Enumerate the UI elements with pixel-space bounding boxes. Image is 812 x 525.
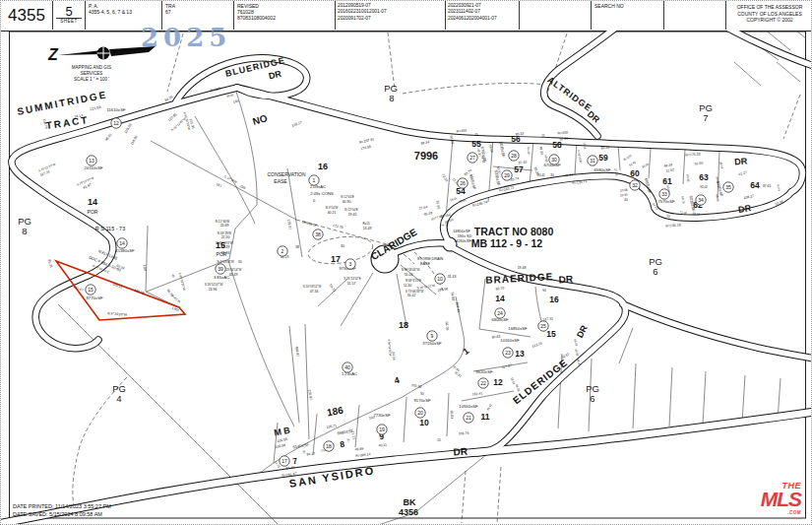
- assessor-map-page: 4355 5 SHEET P. A. 4355-4, 5, 6, 7 & 13 …: [0, 0, 812, 525]
- map-label: 96.50: [104, 133, 113, 142]
- map-label: 32.61: [561, 352, 571, 360]
- map-label: 161: [216, 182, 222, 188]
- map-label: 115.13: [112, 282, 123, 290]
- map-label: 30.33: [641, 162, 650, 168]
- map-label: 16.42: [407, 294, 416, 297]
- map-label: 7: [703, 112, 708, 123]
- road-network: [1, 31, 812, 524]
- label-conservation: CONSERVATION: [267, 171, 306, 177]
- parcel-circle-number: 13: [89, 158, 94, 164]
- map-label: 64.92: [685, 174, 690, 182]
- map-label: 70: [474, 133, 478, 137]
- compass-glyph: Z: [47, 46, 59, 63]
- parcel-circle-number: 40: [344, 364, 350, 370]
- map-label: 6: [653, 266, 657, 277]
- map-label: 43.49: [229, 273, 238, 277]
- parcel-circle-number: 21: [466, 415, 471, 421]
- map-label: 200.87: [307, 389, 313, 400]
- label-bk-4356: 4356: [399, 507, 418, 517]
- revision-list-1: 2012090519-07 2016022310012001-07 202009…: [336, 1, 446, 30]
- sheet-number: 5: [53, 1, 85, 18]
- compass-note-line3: SCALE 1 " = 100 ': [74, 77, 109, 82]
- lot-57: 57: [514, 164, 524, 174]
- map-label: 68.58: [488, 145, 494, 153]
- lot-16-conservation: 16: [318, 162, 328, 171]
- map-label: 60.83: [491, 335, 500, 340]
- map-label: 37.61: [763, 184, 772, 188]
- map-label: R=15: [776, 184, 781, 192]
- map-label: 19.15: [582, 142, 587, 150]
- map-label: R=175.33: [685, 152, 701, 157]
- revised-cell: REVISED 761028 87083108004002: [234, 1, 336, 30]
- map-label: N 3°50'W: [326, 206, 339, 210]
- map-label: 90: [420, 392, 424, 396]
- map-label: 47.34: [310, 290, 319, 294]
- lot-58: 58: [552, 140, 562, 150]
- map-label: S 27°30'W: [223, 174, 238, 184]
- map-label: 100: [143, 265, 148, 271]
- map-label: 51.50: [694, 162, 703, 166]
- parcel-circle-number: 26: [460, 180, 466, 186]
- map-label: 45.82: [715, 176, 719, 184]
- label-bk: BK: [404, 497, 416, 507]
- map-label: 2.09± CONS: [310, 191, 334, 196]
- road-label-braeridge-dr: DR: [558, 274, 574, 286]
- map-label: 19080±SF: [301, 220, 318, 228]
- tra-value: 67: [165, 9, 233, 15]
- parcel-circle-number: 39: [218, 266, 223, 272]
- map-label: 9520±SF: [476, 369, 493, 374]
- map-label: 27.64: [418, 205, 427, 210]
- parcel-circle-number: 14: [119, 240, 125, 246]
- parcel-circle-number: 17: [281, 458, 287, 464]
- map-label: N 69°6'15"E: [406, 279, 421, 283]
- road-label-san-ysidro-dr: DR: [453, 445, 468, 457]
- map-label: 100.58: [275, 443, 285, 449]
- parcel-circle-number: 38: [315, 231, 321, 237]
- lot-60: 60: [630, 168, 640, 178]
- map-label: S 20°18'52"W: [303, 285, 322, 289]
- lot-16-8080: 16: [549, 295, 559, 304]
- map-label: 49: [171, 274, 176, 279]
- map-label: 135: [232, 98, 239, 104]
- mls-logo: THE MLS .COM: [761, 482, 801, 517]
- parcel-circle-number: 32: [632, 182, 638, 188]
- revision-list-2: 2022030921-07 2023111402-07 202406120200…: [446, 1, 520, 30]
- map-label: S 29°34'14"W: [223, 268, 242, 272]
- parcel-circle-number: 35: [725, 184, 731, 190]
- map-label: 132.41: [471, 392, 482, 397]
- map-label: 24110±SF: [85, 165, 103, 170]
- map-label: 5035±SF: [689, 195, 697, 212]
- parcel-circle-number: 12: [113, 120, 119, 126]
- map-label: N 4°13'04"W: [217, 260, 233, 264]
- map-label: 8: [22, 226, 27, 236]
- map-label: 456.87: [294, 346, 299, 357]
- search-no-label: SEARCH NO: [594, 3, 663, 9]
- parcel-circle-number: 19: [379, 427, 385, 432]
- map-label: 71.71: [350, 430, 355, 439]
- map-label: 129.07: [286, 219, 292, 230]
- map-label: R=134.71: [572, 179, 588, 185]
- map-label: 100: [369, 416, 375, 421]
- map-label: 172.55: [360, 145, 371, 151]
- map-label: 45.62: [574, 349, 580, 358]
- search-no-cell: SEARCH NO: [592, 1, 664, 30]
- date-saved: DATE SAVED: 5/15/2024 8:09:58 AM: [13, 510, 111, 518]
- map-label: 20: [346, 438, 351, 443]
- lot-12: 12: [493, 377, 503, 387]
- map-label: 31.43: [448, 275, 457, 279]
- map-label: 10160±SF: [500, 338, 520, 343]
- map-label: 22.50: [221, 235, 230, 239]
- map-label: 24.41: [537, 173, 545, 177]
- road-label-summitridge: SUMMITRIDGE: [17, 89, 108, 117]
- map-label: 49.89: [354, 446, 363, 451]
- map-label: 117.87: [501, 363, 512, 370]
- lot-55: 55: [471, 139, 481, 149]
- map-label: 7730±SF: [374, 413, 391, 418]
- map-label: 16.05: [450, 196, 459, 202]
- map-label: 55.04: [405, 273, 413, 277]
- map-label: POR: [88, 209, 98, 215]
- lot-10: 10: [419, 418, 429, 427]
- lot-18: 18: [399, 320, 408, 330]
- map-label: S 76°13'52"E: [344, 277, 361, 281]
- map-label: 95.61: [449, 410, 454, 419]
